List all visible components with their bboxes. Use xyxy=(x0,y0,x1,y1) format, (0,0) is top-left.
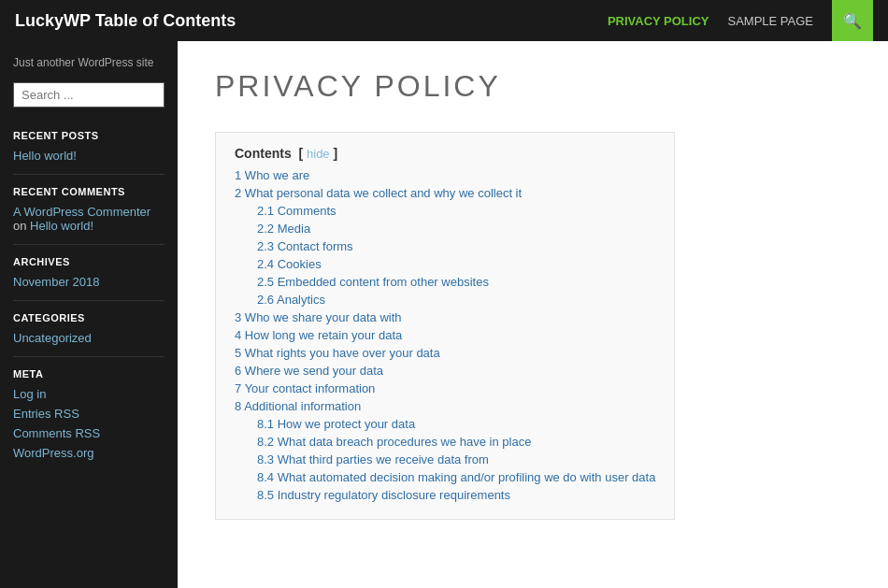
commenter-link[interactable]: A WordPress Commenter xyxy=(13,205,150,219)
recent-comments-heading: RECENT COMMENTS xyxy=(13,186,165,197)
toc-list: 1 Who we are 2 What personal data we col… xyxy=(235,168,655,503)
archive-nov-2018[interactable]: November 2018 xyxy=(13,275,165,289)
top-navigation: LuckyWP Table of Contents PRIVACY POLICY… xyxy=(0,0,888,41)
categories-heading: CATEGORIES xyxy=(13,312,165,323)
main-content: PRIVACY POLICY Contents [ hide ] 1 Who w… xyxy=(178,41,888,588)
toc-item-5: 5 What rights you have over your data xyxy=(235,346,655,361)
divider xyxy=(13,300,165,301)
toc-link-2-4[interactable]: 2.4 Cookies xyxy=(257,257,322,271)
meta-comments-rss[interactable]: Comments RSS xyxy=(13,426,165,440)
site-title: LuckyWP Table of Contents xyxy=(15,11,236,31)
toc-link-7[interactable]: 7 Your contact information xyxy=(235,381,375,395)
toc-item-2-3: 2.3 Contact forms xyxy=(257,239,655,254)
page-layout: Just another WordPress site RECENT POSTS… xyxy=(0,41,888,588)
toc-item-8-4: 8.4 What automated decision making and/o… xyxy=(257,470,655,485)
toc-item-8-5: 8.5 Industry regulatory disclosure requi… xyxy=(257,488,655,503)
toc-item-2-2: 2.2 Media xyxy=(257,222,655,237)
nav-link-sample-page[interactable]: SAMPLE PAGE xyxy=(727,14,813,28)
divider xyxy=(13,244,165,245)
toc-link-1[interactable]: 1 Who we are xyxy=(235,168,309,182)
toc-link-8-5[interactable]: 8.5 Industry regulatory disclosure requi… xyxy=(257,488,510,502)
comment-on-text: on xyxy=(13,219,30,233)
toc-hide-link[interactable]: hide xyxy=(307,147,330,161)
toc-sub-8: 8.1 How we protect your data 8.2 What da… xyxy=(235,417,655,503)
toc-label: Contents xyxy=(235,146,292,161)
toc-link-8[interactable]: 8 Additional information xyxy=(235,399,361,413)
divider xyxy=(13,356,165,357)
commented-post-link[interactable]: Hello world! xyxy=(30,219,93,233)
toc-item-2-6: 2.6 Analytics xyxy=(257,293,655,308)
recent-comment-item: A WordPress Commenter on Hello world! xyxy=(13,205,165,233)
site-tagline: Just another WordPress site xyxy=(13,56,165,69)
toc-item-8-2: 8.2 What data breach procedures we have … xyxy=(257,435,655,450)
toc-sub-2: 2.1 Comments 2.2 Media 2.3 Contact forms… xyxy=(235,204,655,308)
sidebar: Just another WordPress site RECENT POSTS… xyxy=(0,41,178,588)
divider xyxy=(13,174,165,175)
toc-link-2-5[interactable]: 2.5 Embedded content from other websites xyxy=(257,275,489,289)
toc-item-3: 3 Who we share your data with xyxy=(235,310,655,325)
toc-item-2: 2 What personal data we collect and why … xyxy=(235,186,655,308)
toc-item-4: 4 How long we retain your data xyxy=(235,328,655,343)
toc-item-6: 6 Where we send your data xyxy=(235,364,655,379)
toc-link-2-2[interactable]: 2.2 Media xyxy=(257,222,310,236)
nav-link-privacy-policy[interactable]: PRIVACY POLICY xyxy=(608,14,709,28)
page-title: PRIVACY POLICY xyxy=(215,69,851,104)
toc-link-3[interactable]: 3 Who we share your data with xyxy=(235,310,402,324)
search-input[interactable] xyxy=(13,82,165,108)
toc-item-2-1: 2.1 Comments xyxy=(257,204,655,219)
toc-link-8-4[interactable]: 8.4 What automated decision making and/o… xyxy=(257,470,655,484)
sidebar-link-hello-world-post[interactable]: Hello world! xyxy=(13,149,165,163)
toc-item-7: 7 Your contact information xyxy=(235,381,655,396)
nav-links: PRIVACY POLICY SAMPLE PAGE 🔍 xyxy=(608,0,873,41)
meta-entries-rss[interactable]: Entries RSS xyxy=(13,407,165,421)
toc-item-8: 8 Additional information 8.1 How we prot… xyxy=(235,399,655,503)
meta-wordpress-org[interactable]: WordPress.org xyxy=(13,446,165,460)
meta-login[interactable]: Log in xyxy=(13,387,165,401)
toc-link-8-2[interactable]: 8.2 What data breach procedures we have … xyxy=(257,435,531,449)
toc-link-8-3[interactable]: 8.3 What third parties we receive data f… xyxy=(257,452,489,466)
toc-link-6[interactable]: 6 Where we send your data xyxy=(235,364,383,378)
toc-item-1: 1 Who we are xyxy=(235,168,655,183)
toc-link-2[interactable]: 2 What personal data we collect and why … xyxy=(235,186,522,200)
toc-item-2-5: 2.5 Embedded content from other websites xyxy=(257,275,655,290)
toc-link-5[interactable]: 5 What rights you have over your data xyxy=(235,346,440,360)
search-icon[interactable]: 🔍 xyxy=(832,0,873,41)
toc-link-2-3[interactable]: 2.3 Contact forms xyxy=(257,239,353,253)
toc-link-4[interactable]: 4 How long we retain your data xyxy=(235,328,402,342)
toc-item-8-3: 8.3 What third parties we receive data f… xyxy=(257,452,655,467)
category-uncategorized[interactable]: Uncategorized xyxy=(13,331,165,345)
toc-link-2-6[interactable]: 2.6 Analytics xyxy=(257,293,325,307)
archives-heading: ARCHIVES xyxy=(13,256,165,267)
toc-header: Contents [ hide ] xyxy=(235,146,655,161)
toc-link-8-1[interactable]: 8.1 How we protect your data xyxy=(257,417,415,431)
toc-item-8-1: 8.1 How we protect your data xyxy=(257,417,655,432)
meta-heading: META xyxy=(13,368,165,380)
toc-link-2-1[interactable]: 2.1 Comments xyxy=(257,204,337,218)
toc-item-2-4: 2.4 Cookies xyxy=(257,257,655,272)
recent-posts-heading: RECENT POSTS xyxy=(13,130,165,141)
table-of-contents: Contents [ hide ] 1 Who we are 2 What pe… xyxy=(215,132,675,520)
